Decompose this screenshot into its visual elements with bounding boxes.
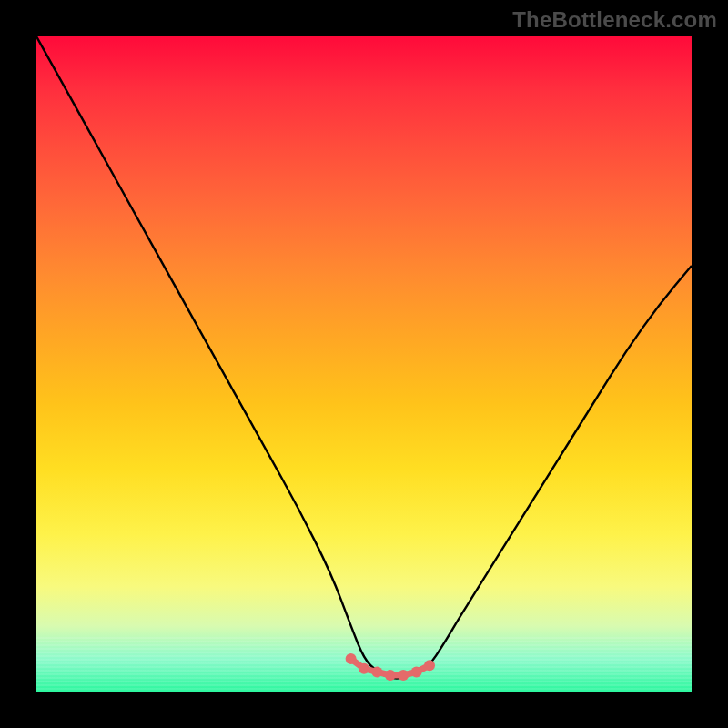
attribution-label: TheBottleneck.com <box>512 7 717 33</box>
bottleneck-curve-line <box>36 36 692 679</box>
plot-area <box>36 36 692 692</box>
chart-frame: TheBottleneck.com <box>0 0 728 728</box>
curve-svg <box>36 36 692 692</box>
